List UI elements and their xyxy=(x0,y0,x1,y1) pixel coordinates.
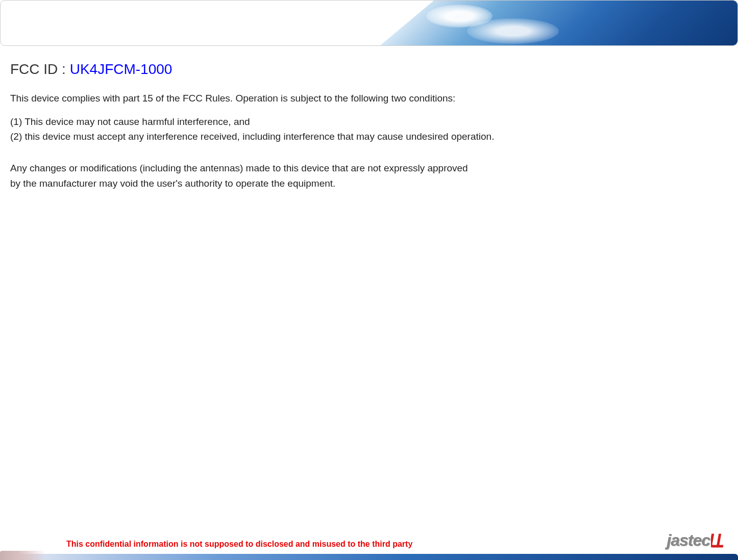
warning-line-2: by the manufacturer may void the user's … xyxy=(10,177,728,190)
header-banner xyxy=(0,0,738,46)
fcc-id-label: FCC ID : xyxy=(10,61,70,77)
footer-band xyxy=(0,554,738,560)
fcc-id-heading: FCC ID : UK4JFCM-1000 xyxy=(10,61,728,78)
logo-text: jastec xyxy=(667,531,710,550)
compliance-intro: This device complies with part 15 of the… xyxy=(10,92,728,105)
footer: This confidential information is not sup… xyxy=(0,529,738,560)
document-content: FCC ID : UK4JFCM-1000 This device compli… xyxy=(0,46,738,190)
confidential-notice: This confidential information is not sup… xyxy=(66,540,412,549)
condition-2: (2) this device must accept any interfer… xyxy=(10,130,728,143)
fcc-id-value: UK4JFCM-1000 xyxy=(70,61,173,77)
sky-graphic xyxy=(380,1,737,45)
logo-mark-icon xyxy=(711,533,725,548)
cloud-decoration xyxy=(467,18,559,44)
condition-1: (1) This device may not cause harmful in… xyxy=(10,115,728,129)
jastec-logo: jastec xyxy=(667,531,725,550)
footer-band-accent xyxy=(0,551,46,560)
warning-line-1: Any changes or modifications (including … xyxy=(10,162,728,175)
